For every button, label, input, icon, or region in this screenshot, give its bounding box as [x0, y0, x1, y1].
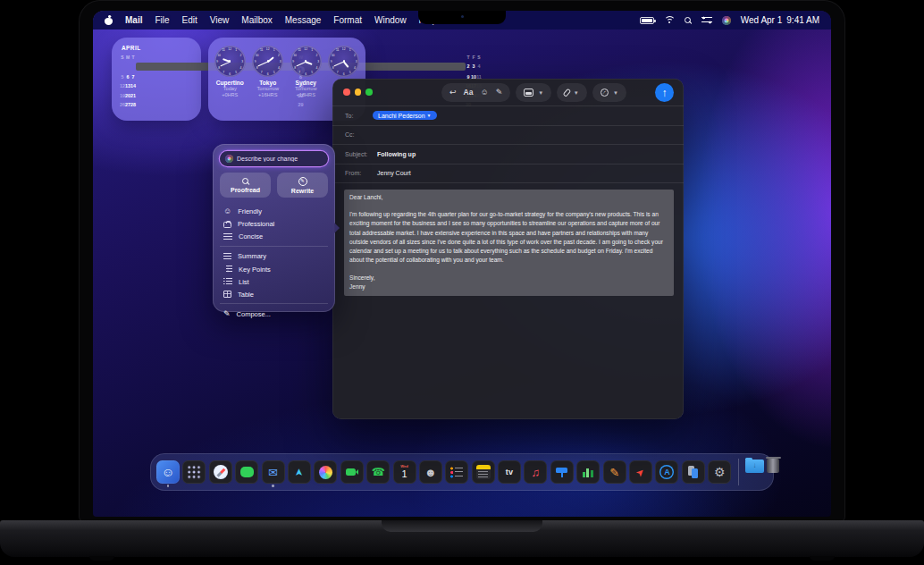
clock-numeral: 3	[241, 60, 243, 63]
message-bubble-icon	[240, 467, 254, 477]
clock-numeral: 9	[331, 60, 332, 63]
clock-numeral: 12	[304, 47, 307, 51]
dock-contacts[interactable]: ☻	[419, 457, 442, 487]
clock-numeral: 3	[280, 60, 281, 63]
spotlight-search-icon[interactable]	[685, 17, 692, 24]
rewrite-button[interactable]: Rewrite	[277, 173, 328, 198]
clock-day-label: Tomorrow	[295, 86, 317, 92]
menu-edit[interactable]: Edit	[182, 15, 197, 25]
dock-mail[interactable]: ✉	[262, 457, 285, 487]
clock-face: 123456789101112	[290, 46, 322, 77]
writing-tools-icon[interactable]: ✎	[496, 89, 503, 97]
calendar-day[interactable]: 4	[476, 63, 482, 70]
dock-finder[interactable]: ☺	[156, 457, 180, 487]
menu-item-list[interactable]: List	[220, 276, 328, 288]
body-greeting: Dear Lanchi,	[349, 193, 668, 202]
button-label: Proofread	[231, 187, 260, 193]
dock-keynote[interactable]	[550, 457, 574, 487]
cc-field[interactable]: Cc:	[332, 125, 684, 145]
attach-file-button[interactable]: ▼	[557, 83, 586, 102]
minimize-window-button[interactable]	[355, 89, 362, 96]
zoom-window-button[interactable]	[365, 89, 373, 96]
dock-system-settings[interactable]: ⚙	[708, 457, 731, 487]
control-center-icon[interactable]	[701, 16, 712, 24]
dock-notes[interactable]	[472, 457, 495, 487]
clock-sydney[interactable]: 123456789101112SydneyTomorrow+18HRS	[287, 46, 325, 121]
tv-logo-icon: tv	[506, 468, 514, 476]
menu-file[interactable]: File	[155, 15, 169, 25]
dock-tv[interactable]: tv	[498, 457, 521, 487]
selected-text[interactable]: Dear Lanchi, I'm following up regarding …	[344, 190, 674, 296]
send-button[interactable]: ↑	[655, 83, 674, 102]
dock-pages[interactable]: ✎	[603, 457, 626, 487]
clock-numeral: 12	[266, 47, 270, 51]
menu-bar-time: 9:41 AM	[786, 15, 819, 25]
camera-notch	[418, 11, 506, 24]
apple-menu-icon[interactable]	[105, 16, 113, 25]
dock-reminders[interactable]	[445, 457, 468, 487]
from-field[interactable]: From: Jenny Court	[332, 164, 684, 183]
calendar-date-icon: Wed1	[400, 465, 407, 479]
dock-launchpad[interactable]	[182, 457, 206, 487]
dock-maps[interactable]: ➤	[288, 457, 311, 487]
menu-item-friendly[interactable]: ☺Friendly	[220, 206, 328, 217]
clock-cupertino[interactable]: 123456789101112CupertinoToday+0HRS	[211, 46, 249, 121]
clock-tokyo[interactable]: 123456789101112TokyoTomorrow+16HRS	[249, 46, 288, 121]
dock-documents[interactable]	[682, 457, 705, 487]
dock-music[interactable]: ♫	[524, 457, 547, 487]
proofread-button[interactable]: Proofread	[220, 173, 271, 198]
format-text-button[interactable]: Aa	[464, 89, 474, 97]
dock-messages[interactable]	[235, 457, 258, 487]
close-window-button[interactable]	[343, 89, 350, 96]
dock-calendar[interactable]: Wed1	[393, 457, 416, 487]
recipient-token[interactable]: Lanchi Pederson ▼	[373, 111, 437, 120]
menu-item-compose...[interactable]: ✎Compose...	[220, 308, 328, 320]
menu-mailbox[interactable]: Mailbox	[241, 15, 272, 25]
dock-safari[interactable]	[209, 457, 232, 487]
clock-numeral: 7	[337, 71, 339, 74]
menu-view[interactable]: View	[210, 15, 230, 25]
emoji-icon[interactable]: ☺	[480, 89, 488, 97]
menu-window[interactable]: Window	[374, 15, 407, 25]
to-field[interactable]: To: Lanchi Pederson ▼	[332, 105, 684, 125]
describe-change-input[interactable]	[237, 156, 323, 162]
menu-item-table[interactable]: Table	[220, 289, 328, 300]
clock-numeral: 11	[336, 48, 340, 52]
wifi-icon[interactable]	[664, 16, 675, 24]
dock-app-store[interactable]: A	[655, 457, 678, 487]
menu-item-professional[interactable]: Professional	[220, 218, 328, 230]
menu-format[interactable]: Format	[333, 15, 362, 25]
menu-item-summary[interactable]: Summary	[220, 251, 328, 263]
dock-phone[interactable]: ☎	[366, 457, 390, 487]
battery-icon[interactable]	[640, 17, 654, 24]
menu-message[interactable]: Message	[285, 15, 322, 25]
undo-icon[interactable]: ↩	[449, 89, 457, 97]
clock-numeral: 10	[293, 54, 297, 57]
menu-bar-clock[interactable]: Wed Apr 1 9:41 AM	[741, 15, 819, 25]
message-body[interactable]: Dear Lanchi, I'm following up regarding …	[332, 182, 684, 302]
clock-city-label: Sydney	[296, 80, 316, 86]
menu-item-concise[interactable]: Concise	[220, 231, 328, 242]
calendar-widget[interactable]: APRIL SMTWTFS123456789101112131415161718…	[112, 38, 201, 121]
clock-face: 123456789101112	[252, 46, 283, 77]
chevron-down-icon: ▼	[574, 90, 579, 96]
menu-item-key-points[interactable]: Key Points	[220, 264, 328, 275]
siri-icon[interactable]	[722, 16, 731, 25]
divider	[220, 303, 328, 304]
menu-mail[interactable]: Mail	[125, 15, 142, 25]
calendar-month-label: APRIL	[122, 45, 194, 51]
briefcase-icon	[223, 222, 231, 228]
photo-browser-button[interactable]: ▼	[516, 83, 551, 102]
dock-facetime[interactable]	[340, 457, 364, 487]
menu-item-label: Key Points	[239, 266, 271, 274]
clock-numeral: 4	[278, 66, 280, 70]
dock-numbers[interactable]	[576, 457, 600, 487]
dock-rocket[interactable]: ➤	[629, 457, 652, 487]
dock-trash[interactable]	[767, 457, 779, 487]
dock-photos[interactable]	[314, 457, 337, 487]
subject-field[interactable]: Subject: Following up	[332, 144, 684, 164]
followup-button[interactable]: ▼	[592, 83, 626, 102]
dock-downloads[interactable]	[745, 457, 764, 487]
describe-change-field[interactable]	[220, 151, 328, 166]
screen: MailFileEditViewMailboxMessageFormatWind…	[93, 11, 831, 517]
